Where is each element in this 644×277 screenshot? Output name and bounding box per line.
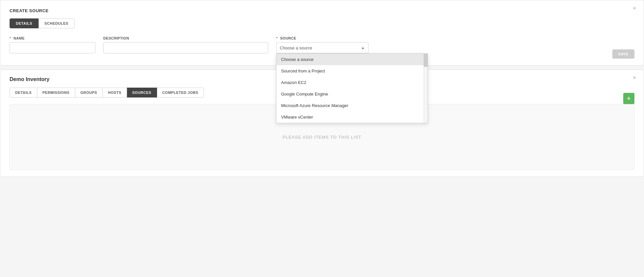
save-button[interactable]: SAVE bbox=[612, 49, 634, 59]
name-field-group: * NAME bbox=[10, 36, 95, 53]
dropdown-option-gce[interactable]: Google Compute Engine bbox=[276, 88, 428, 100]
inv-tab-completed-jobs[interactable]: COMPLETED JOBS bbox=[157, 88, 204, 97]
dropdown-option-choose[interactable]: Choose a source bbox=[276, 54, 428, 65]
source-field-group: * SOURCE Choose a source ▲ Choose a sour… bbox=[276, 36, 369, 53]
source-dropdown-button[interactable]: Choose a source ▲ bbox=[276, 42, 369, 53]
inv-tab-groups[interactable]: GROUPS bbox=[75, 88, 103, 97]
create-source-panel: CREATE SOURCE × DETAILS SCHEDULES * NAME… bbox=[0, 0, 644, 66]
create-source-title: CREATE SOURCE bbox=[10, 8, 634, 13]
source-selected-value: Choose a source bbox=[280, 45, 312, 50]
create-source-close-button[interactable]: × bbox=[631, 5, 638, 12]
source-label: * SOURCE bbox=[276, 36, 369, 40]
inventory-close-button[interactable]: × bbox=[631, 74, 638, 81]
inv-tab-details[interactable]: DETAILS bbox=[10, 88, 37, 97]
source-dropdown-list: Choose a source Sourced from a Project A… bbox=[276, 53, 428, 123]
description-input[interactable] bbox=[103, 42, 268, 53]
name-required-star: * bbox=[10, 36, 11, 40]
add-source-button[interactable]: + bbox=[623, 93, 634, 104]
empty-list-message: PLEASE ADD ITEMS TO THIS LIST bbox=[283, 135, 362, 140]
inv-tab-hosts[interactable]: HOSTS bbox=[103, 88, 127, 97]
form-row: * NAME DESCRIPTION * SOURCE bbox=[10, 36, 634, 53]
name-label: * NAME bbox=[10, 36, 95, 40]
source-required-star: * bbox=[276, 36, 278, 40]
source-dropdown-wrapper: Choose a source ▲ Choose a source Source… bbox=[276, 42, 369, 53]
description-label: DESCRIPTION bbox=[103, 36, 268, 40]
inv-tab-sources[interactable]: SOURCES bbox=[127, 88, 157, 97]
dropdown-option-ec2[interactable]: Amazon EC2 bbox=[276, 77, 428, 88]
create-source-tabs: DETAILS SCHEDULES bbox=[10, 18, 634, 28]
scrollbar-thumb bbox=[424, 54, 428, 67]
dropdown-option-vmware[interactable]: VMware vCenter bbox=[276, 111, 428, 123]
tab-details[interactable]: DETAILS bbox=[10, 18, 39, 28]
dropdown-scrollbar[interactable] bbox=[424, 54, 428, 123]
dropdown-option-project[interactable]: Sourced from a Project bbox=[276, 65, 428, 77]
tab-schedules[interactable]: SCHEDULES bbox=[39, 18, 75, 28]
chevron-up-icon: ▲ bbox=[361, 45, 365, 50]
description-field-group: DESCRIPTION bbox=[103, 36, 268, 53]
name-input[interactable] bbox=[10, 42, 95, 53]
inv-tab-permissions[interactable]: PERMISSIONS bbox=[37, 88, 75, 97]
dropdown-option-azure[interactable]: Microsoft Azure Resource Manager bbox=[276, 100, 428, 111]
